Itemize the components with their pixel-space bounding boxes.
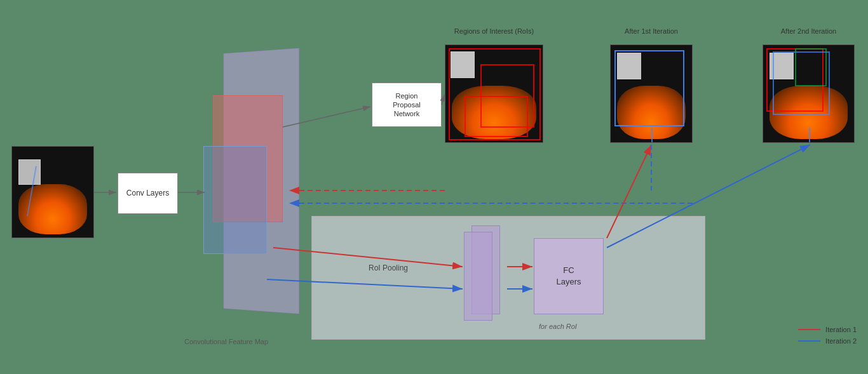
- conv-layers-box: Conv Layers: [118, 173, 178, 214]
- conv-feature-map-label: Convolutional Feature Map: [184, 338, 268, 345]
- conv-layers-label: Conv Layers: [126, 189, 169, 199]
- feature-map-container: [203, 51, 305, 324]
- feature-map-blue-panel: [203, 146, 267, 254]
- for-each-roi-label: for each RoI: [539, 323, 577, 330]
- legend-iter1-item: Iteration 1: [798, 326, 857, 333]
- rpn-box: RegionProposalNetwork: [372, 83, 442, 127]
- legend-iter2-line: [798, 340, 820, 342]
- legend-iter1-text: Iteration 1: [825, 326, 857, 333]
- diagram-container: Conv Layers Convolutional Feature Map Re…: [0, 0, 868, 374]
- rpn-label: RegionProposalNetwork: [393, 91, 420, 119]
- legend-iter2-item: Iteration 2: [798, 337, 857, 345]
- input-image: [11, 146, 94, 238]
- small-feature-panels: [464, 225, 502, 321]
- legend: Iteration 1 Iteration 2: [798, 326, 857, 349]
- roi-pooling-label: RoI Pooling: [369, 264, 408, 272]
- iter2-title: After 2nd Iteration: [763, 27, 855, 35]
- lower-section-box: [311, 216, 705, 340]
- iter1-image: [610, 44, 693, 143]
- roi-image: [445, 44, 543, 143]
- fc-layers-label: FCLayers: [556, 265, 581, 288]
- fc-layers-box: FCLayers: [534, 238, 604, 314]
- small-panel-front: [464, 232, 492, 321]
- roi-title: Regions of Interest (RoIs): [445, 27, 543, 35]
- legend-iter1-line: [798, 329, 820, 330]
- iter2-image: [763, 44, 855, 143]
- iter1-title: After 1st Iteration: [610, 27, 693, 35]
- legend-iter2-text: Iteration 2: [825, 337, 857, 345]
